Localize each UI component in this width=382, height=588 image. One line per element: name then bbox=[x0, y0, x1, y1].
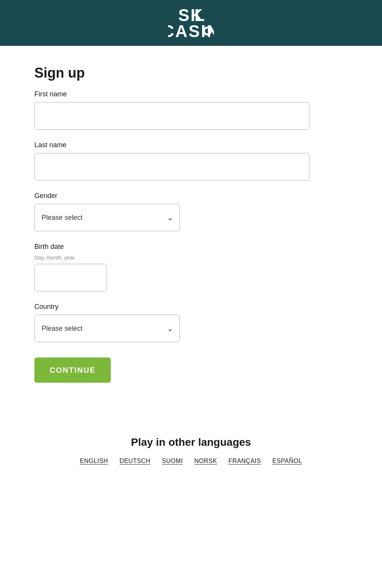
last-name-label: Last name bbox=[34, 141, 309, 149]
first-name-input[interactable] bbox=[34, 102, 309, 130]
country-label: Country bbox=[34, 303, 309, 311]
language-link-espanol[interactable]: ESPAÑOL bbox=[272, 458, 302, 465]
svg-text:L: L bbox=[194, 6, 206, 24]
birth-date-group: Birth date Day, month, year bbox=[34, 243, 309, 291]
languages-section: Play in other languages ENGLISH DEUTSCH … bbox=[0, 436, 382, 487]
language-link-francais[interactable]: FRANÇAIS bbox=[228, 458, 261, 465]
gender-select[interactable]: Please select Male Female Other bbox=[34, 204, 180, 231]
gender-label: Gender bbox=[34, 192, 309, 200]
svg-text:CASIN: CASIN bbox=[168, 22, 214, 39]
languages-container: Play in other languages ENGLISH DEUTSCH … bbox=[34, 436, 348, 487]
first-name-group: First name bbox=[34, 90, 309, 130]
first-name-label: First name bbox=[34, 90, 309, 98]
language-link-norsk[interactable]: NORSK bbox=[194, 458, 217, 465]
birth-date-input[interactable] bbox=[34, 264, 107, 291]
page-title: Sign up bbox=[34, 65, 309, 81]
gender-select-wrapper: Please select Male Female Other ⌄ bbox=[34, 204, 180, 231]
language-link-deutsch[interactable]: DEUTSCH bbox=[120, 458, 151, 465]
continue-button[interactable]: CONTINUE bbox=[34, 357, 111, 383]
language-link-suomi[interactable]: SUOMI bbox=[162, 458, 183, 465]
languages-list: ENGLISH DEUTSCH SUOMI NORSK FRANÇAIS ESP… bbox=[34, 458, 348, 465]
gender-group: Gender Please select Male Female Other ⌄ bbox=[34, 192, 309, 231]
site-header: SK CASIN L bbox=[0, 0, 382, 46]
birth-date-label: Birth date bbox=[34, 243, 309, 251]
languages-title: Play in other languages bbox=[34, 436, 348, 448]
logo: SK CASIN L bbox=[168, 5, 214, 41]
main-content: Sign up First name Last name Gender Plea… bbox=[0, 46, 344, 406]
language-link-english[interactable]: ENGLISH bbox=[80, 458, 108, 465]
country-select-wrapper: Please select ⌄ bbox=[34, 315, 180, 342]
birth-date-sublabel: Day, month, year bbox=[34, 255, 309, 261]
country-group: Country Please select ⌄ bbox=[34, 303, 309, 342]
country-select[interactable]: Please select bbox=[34, 315, 180, 342]
last-name-input[interactable] bbox=[34, 153, 309, 180]
last-name-group: Last name bbox=[34, 141, 309, 180]
